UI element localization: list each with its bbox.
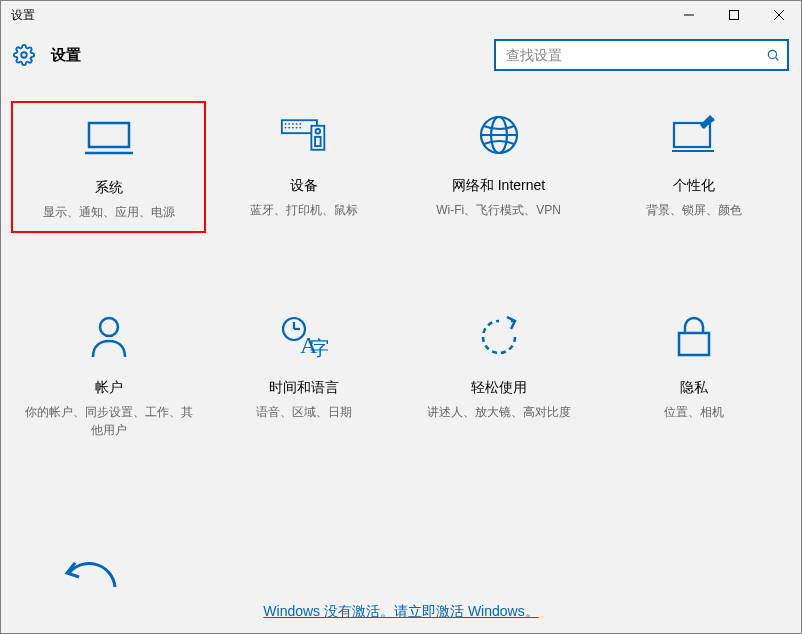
tile-accounts[interactable]: 帐户 你的帐户、同步设置、工作、其他用户 bbox=[11, 303, 206, 449]
svg-rect-35 bbox=[679, 333, 709, 355]
tile-devices[interactable]: 设备 蓝牙、打印机、鼠标 bbox=[206, 101, 401, 233]
personalization-icon bbox=[670, 111, 718, 159]
tile-title: 轻松使用 bbox=[471, 379, 527, 397]
undo-icon[interactable] bbox=[61, 559, 121, 593]
activate-windows-link[interactable]: Windows 没有激活。请立即激活 Windows。 bbox=[263, 603, 538, 619]
globe-icon bbox=[475, 111, 523, 159]
tile-time-language[interactable]: A 字 时间和语言 语音、区域、日期 bbox=[206, 303, 401, 449]
tile-desc: 位置、相机 bbox=[664, 403, 724, 421]
settings-window: 设置 设置 bbox=[0, 0, 802, 634]
tiles-grid: 系统 显示、通知、应用、电源 bbox=[11, 101, 791, 449]
search-box[interactable] bbox=[494, 39, 789, 71]
window-control-buttons bbox=[666, 1, 801, 29]
tile-title: 个性化 bbox=[673, 177, 715, 195]
header: 设置 bbox=[1, 29, 801, 81]
svg-point-5 bbox=[768, 50, 776, 58]
tile-title: 隐私 bbox=[680, 379, 708, 397]
minimize-button[interactable] bbox=[666, 1, 711, 29]
tile-privacy[interactable]: 隐私 位置、相机 bbox=[596, 303, 791, 449]
tile-title: 系统 bbox=[95, 179, 123, 197]
activation-message: Windows 没有激活。请立即激活 Windows。 bbox=[11, 594, 791, 633]
svg-point-4 bbox=[21, 52, 27, 58]
tile-personalization[interactable]: 个性化 背景、锁屏、颜色 bbox=[596, 101, 791, 233]
window-title: 设置 bbox=[11, 7, 35, 24]
search-input[interactable] bbox=[504, 46, 765, 64]
tile-desc: 背景、锁屏、颜色 bbox=[646, 201, 742, 219]
account-icon bbox=[85, 313, 133, 361]
page-title: 设置 bbox=[51, 46, 81, 65]
tile-network[interactable]: 网络和 Internet Wi-Fi、飞行模式、VPN bbox=[401, 101, 596, 233]
display-icon bbox=[85, 113, 133, 161]
svg-rect-1 bbox=[729, 11, 738, 20]
svg-text:字: 字 bbox=[310, 337, 328, 359]
svg-rect-7 bbox=[89, 123, 129, 147]
tile-title: 设备 bbox=[290, 177, 318, 195]
tile-title: 网络和 Internet bbox=[452, 177, 545, 195]
titlebar: 设置 bbox=[1, 1, 801, 29]
tile-desc: 讲述人、放大镜、高对比度 bbox=[427, 403, 571, 421]
devices-icon bbox=[280, 111, 328, 159]
maximize-button[interactable] bbox=[711, 1, 756, 29]
tile-title: 时间和语言 bbox=[269, 379, 339, 397]
tile-desc: 显示、通知、应用、电源 bbox=[43, 203, 175, 221]
svg-line-6 bbox=[776, 58, 779, 61]
tile-system[interactable]: 系统 显示、通知、应用、电源 bbox=[11, 101, 206, 233]
tile-desc: Wi-Fi、飞行模式、VPN bbox=[436, 201, 561, 219]
ease-of-access-icon bbox=[475, 313, 523, 361]
tile-desc: 你的帐户、同步设置、工作、其他用户 bbox=[24, 403, 194, 439]
content-area: 系统 显示、通知、应用、电源 bbox=[1, 81, 801, 633]
lock-icon bbox=[670, 313, 718, 361]
tile-ease-of-access[interactable]: 轻松使用 讲述人、放大镜、高对比度 bbox=[401, 303, 596, 449]
time-language-icon: A 字 bbox=[280, 313, 328, 361]
svg-point-28 bbox=[100, 318, 118, 336]
header-left: 设置 bbox=[13, 44, 81, 66]
tile-title: 帐户 bbox=[95, 379, 123, 397]
tile-desc: 蓝牙、打印机、鼠标 bbox=[250, 201, 358, 219]
tile-desc: 语音、区域、日期 bbox=[256, 403, 352, 421]
close-button[interactable] bbox=[756, 1, 801, 29]
gear-icon bbox=[13, 44, 35, 66]
search-icon bbox=[765, 47, 781, 63]
